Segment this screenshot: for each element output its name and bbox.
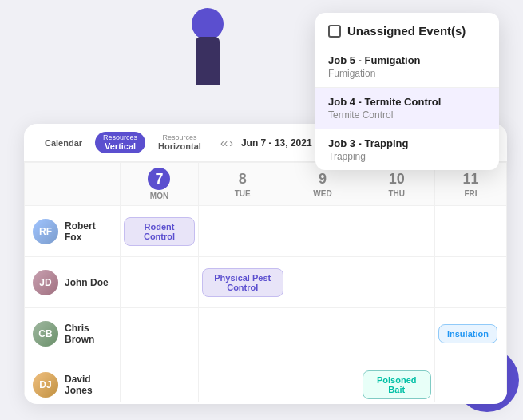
tab-resources-vertical-small: Resources: [103, 134, 137, 141]
tab-resources-horizontal-main: Horizontal: [158, 141, 201, 151]
popup-item-2-title: Job 3 - Trapping: [328, 137, 486, 149]
day-8-label: TUE: [205, 189, 280, 198]
header-mon: 7 MON: [121, 163, 199, 206]
popup-item-1-title: Job 4 - Termite Control: [328, 96, 486, 108]
event-cell-john-thu[interactable]: [359, 257, 434, 308]
day-9-label: WED: [294, 189, 352, 198]
popup-item-2[interactable]: Job 3 - Trapping Trapping: [315, 129, 499, 170]
resource-cell-chris: CB Chris Brown: [25, 308, 121, 359]
event-cell-david-fri[interactable]: [434, 359, 506, 403]
event-cell-david-tue[interactable]: [198, 359, 287, 403]
popup-checkbox[interactable]: [328, 25, 341, 38]
resource-name-david: David Jones: [65, 374, 112, 396]
day-10-label: THU: [366, 189, 428, 198]
day-11-label: FRI: [442, 189, 500, 198]
day-7-label: MON: [127, 192, 192, 200]
popup-title: Unassigned Event(s): [347, 24, 466, 38]
resource-name-chris: Chris Brown: [65, 323, 112, 345]
day-11-num: 11: [462, 171, 478, 187]
event-cell-robert-tue[interactable]: [198, 206, 287, 257]
scene: Unassigned Event(s) Job 5 - Fumigation F…: [0, 0, 523, 420]
popup-item-0[interactable]: Job 5 - Fumigation Fumigation: [315, 46, 499, 88]
avatar-john: JD: [33, 270, 58, 295]
header-tue: 8 TUE: [198, 163, 287, 206]
resource-cell-david: DJ David Jones: [25, 359, 121, 403]
event-cell-john-tue[interactable]: Physical Pest Control: [198, 257, 287, 308]
resource-name-robert: Robert Fox: [65, 220, 112, 243]
grid-wrapper: 7 MON 8 TUE 9 WED 10 THU: [24, 162, 507, 402]
resource-cell-john: JD John Doe: [25, 257, 121, 308]
day-7-num: 7: [148, 168, 170, 190]
event-cell-john-wed[interactable]: [287, 257, 359, 308]
event-physical-pest[interactable]: Physical Pest Control: [202, 268, 283, 297]
resource-cell-robert: RF Robert Fox: [25, 206, 121, 257]
event-rodent-control[interactable]: Rodent Control: [124, 217, 195, 246]
event-poisoned-bait[interactable]: Poisoned Bait: [363, 370, 431, 399]
event-cell-robert-fri[interactable]: [434, 206, 506, 257]
avatar-robert: RF: [33, 219, 58, 244]
popup-item-0-sub: Fumigation: [328, 68, 486, 79]
event-cell-david-thu[interactable]: Poisoned Bait: [359, 359, 434, 403]
event-cell-robert-wed[interactable]: [287, 206, 359, 257]
chevron-right-icon[interactable]: ›: [229, 137, 233, 149]
nav-arrows[interactable]: ‹‹ ›: [220, 137, 233, 149]
day-9-num: 9: [319, 171, 327, 187]
event-cell-john-mon[interactable]: [121, 257, 199, 308]
tab-resources-vertical-main: Vertical: [105, 141, 136, 151]
tab-resources-horizontal-small: Resources: [162, 134, 196, 141]
header-resource: [25, 163, 121, 206]
event-cell-chris-tue[interactable]: [198, 308, 287, 359]
table-row: JD John Doe Physical Pest Control: [25, 257, 507, 308]
event-cell-robert-thu[interactable]: [359, 206, 434, 257]
table-row: CB Chris Brown Insulation: [25, 308, 507, 359]
popup-item-0-title: Job 5 - Fumigation: [328, 54, 486, 66]
popup-item-1-sub: Termite Control: [328, 109, 486, 121]
event-insulation[interactable]: Insulation: [438, 324, 497, 343]
event-cell-john-fri[interactable]: [434, 257, 506, 308]
tab-resources-vertical[interactable]: Resources Vertical: [95, 132, 145, 153]
event-cell-robert-mon[interactable]: Rodent Control: [121, 206, 199, 257]
resource-name-john: John Doe: [65, 277, 109, 288]
figure-body: [196, 37, 220, 85]
table-row: RF Robert Fox Rodent Control: [25, 206, 507, 257]
avatar-david: DJ: [33, 372, 58, 398]
calendar-grid: 7 MON 8 TUE 9 WED 10 THU: [24, 162, 507, 402]
event-cell-chris-mon[interactable]: [121, 308, 199, 359]
popup-item-2-sub: Trapping: [328, 151, 486, 162]
day-8-num: 8: [239, 171, 247, 187]
day-10-num: 10: [389, 171, 405, 187]
event-cell-chris-fri[interactable]: Insulation: [434, 308, 506, 359]
table-row: DJ David Jones Poisoned Bait: [25, 359, 507, 403]
avatar-chris: CB: [33, 321, 58, 347]
event-cell-chris-wed[interactable]: [287, 308, 359, 359]
date-range: Jun 7 - 13, 2021: [241, 137, 312, 149]
tab-resources-horizontal[interactable]: Resources Horizontal: [150, 132, 209, 153]
figure-head: [192, 8, 224, 40]
unassigned-events-popup: Unassigned Event(s) Job 5 - Fumigation F…: [315, 13, 499, 170]
event-cell-chris-thu[interactable]: [359, 308, 434, 359]
event-cell-david-mon[interactable]: [121, 359, 199, 403]
chevron-left-icon[interactable]: ‹‹: [220, 137, 228, 149]
popup-item-1[interactable]: Job 4 - Termite Control Termite Control: [315, 88, 499, 129]
popup-header: Unassigned Event(s): [315, 13, 499, 46]
decorative-figure: [168, 0, 248, 96]
event-cell-david-wed[interactable]: [287, 359, 359, 403]
tab-calendar[interactable]: Calendar: [37, 135, 90, 151]
